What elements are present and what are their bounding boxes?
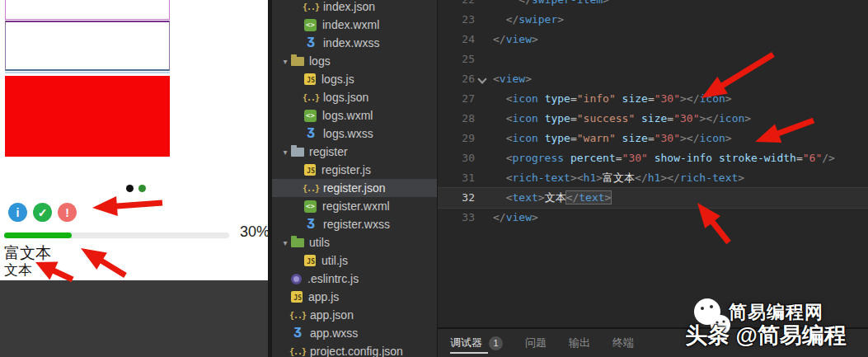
dot-green	[138, 185, 146, 192]
swiper-item-box-1	[5, 0, 170, 20]
file-label: index.wxml	[322, 18, 379, 31]
fold-gutter	[475, 129, 490, 148]
code-line-25[interactable]: 25	[438, 49, 868, 69]
file-label: logs.wxml	[322, 109, 373, 122]
progress-fill	[4, 233, 72, 238]
tree-item-logs.json[interactable]: {..}logs.json	[272, 88, 437, 106]
code-editor[interactable]: 22 </swiper-item>23 </swiper>24</view>25…	[437, 0, 868, 357]
code-line-27[interactable]: 27 <icon type="info" size="30"></icon>	[438, 89, 868, 109]
folder-icon	[291, 57, 304, 66]
tree-item-index.json[interactable]: {..}index.json	[272, 0, 437, 16]
fold-gutter	[475, 0, 490, 10]
tab-label: 问题	[525, 329, 547, 357]
file-explorer: {..}index.json<>index.wxmlƷindex.wxss▾lo…	[268, 0, 437, 357]
wxss-file-icon: Ʒ	[291, 326, 304, 340]
tree-item-logs.wxml[interactable]: <>logs.wxml	[272, 106, 437, 124]
fold-chevron-icon[interactable]	[475, 69, 490, 89]
fold-gutter	[475, 30, 490, 49]
line-number: 23	[438, 10, 475, 30]
folder-caret-icon[interactable]: ▾	[279, 238, 291, 247]
code-line-29[interactable]: 29 <icon type="warn" size="30"></icon>	[438, 129, 868, 148]
file-label: app.json	[310, 308, 354, 322]
file-label: utils	[309, 236, 330, 249]
simulator-screen: i✓! 30% 富文本 文本	[0, 0, 268, 280]
tree-item-util.js[interactable]: JSutil.js	[272, 251, 437, 270]
fold-gutter	[475, 109, 490, 129]
fold-gutter	[475, 148, 490, 168]
tree-item-app.js[interactable]: JSapp.js	[272, 288, 437, 306]
tree-item-app.wxss[interactable]: Ʒapp.wxss	[272, 324, 437, 342]
tree-item-app.json[interactable]: {..}app.json	[272, 306, 437, 324]
wxss-file-icon: Ʒ	[304, 218, 317, 231]
tree-item-index.wxss[interactable]: Ʒindex.wxss	[272, 34, 437, 52]
code-line-33[interactable]: 33</view>	[438, 208, 868, 228]
folder-icon	[291, 238, 304, 247]
tree-item-logs.wxss[interactable]: Ʒlogs.wxss	[272, 124, 437, 143]
js-file-icon: JS	[304, 164, 316, 176]
tree-item-logs[interactable]: ▾logs	[272, 52, 437, 70]
wxml-file-icon: <>	[304, 19, 317, 31]
folder-icon	[291, 148, 304, 157]
code-line-23[interactable]: 23 </swiper>	[438, 10, 868, 30]
line-number: 27	[438, 89, 475, 109]
code-line-32[interactable]: 32 <text>文本</text>	[438, 188, 868, 208]
json-file-icon: {..}	[304, 91, 317, 104]
code-line-22[interactable]: 22 </swiper-item>	[438, 0, 868, 10]
code-line-30[interactable]: 30 <progress percent="30" show-info stro…	[438, 148, 868, 168]
line-number: 24	[438, 30, 475, 49]
file-label: register.js	[321, 163, 371, 176]
line-number: 30	[438, 148, 475, 168]
code-line-26[interactable]: 26<view>	[438, 69, 868, 89]
fold-gutter	[475, 89, 490, 109]
tab-调试器[interactable]: 调试器1	[450, 329, 503, 357]
tree-item-register[interactable]: ▾register	[272, 143, 437, 161]
wxss-file-icon: Ʒ	[304, 127, 317, 140]
folder-caret-icon[interactable]: ▾	[279, 57, 291, 66]
wechat-devtools-window: i✓! 30% 富文本 文本 {..}index.json<>index.wxm…	[0, 0, 868, 357]
tree-item-register.js[interactable]: JSregister.js	[272, 161, 437, 179]
tab-输出[interactable]: 输出	[569, 329, 590, 357]
tab-label: 终端	[612, 329, 634, 357]
simulator-panel: i✓! 30% 富文本 文本	[0, 0, 268, 357]
code-line-28[interactable]: 28 <icon type="success" size="30"></icon…	[438, 109, 868, 129]
fold-gutter	[475, 168, 490, 188]
tree-item-register.wxss[interactable]: Ʒregister.wxss	[272, 215, 437, 233]
code-area[interactable]: 22 </swiper-item>23 </swiper>24</view>25…	[438, 0, 868, 327]
line-number: 26	[438, 69, 475, 89]
tree-item-.eslintrc.js[interactable]: .eslintrc.js	[272, 270, 437, 288]
line-number: 29	[438, 129, 475, 148]
tab-label: 调试器	[450, 329, 482, 357]
file-label: app.js	[308, 290, 339, 303]
progress-percent-label: 30%	[240, 223, 268, 241]
file-label: project.config.json	[310, 345, 403, 357]
red-rect-block	[5, 76, 170, 157]
wxml-file-icon: <>	[304, 200, 317, 213]
tree-item-register.wxml[interactable]: <>register.wxml	[272, 197, 437, 215]
tree-item-utils[interactable]: ▾utils	[272, 233, 437, 251]
code-line-31[interactable]: 31 <rich-text><h1>富文本</h1></rich-text>	[438, 168, 868, 188]
code-line-24[interactable]: 24</view>	[438, 30, 868, 49]
file-label: register.json	[323, 181, 385, 195]
fold-gutter	[475, 49, 490, 69]
line-number: 25	[438, 49, 475, 69]
eslint-file-icon	[291, 274, 302, 284]
json-file-icon: {..}	[291, 308, 304, 322]
tab-问题[interactable]: 问题	[525, 329, 547, 357]
line-number: 32	[438, 188, 475, 208]
progress-bar	[4, 233, 229, 238]
swiper-item-box-2	[5, 21, 170, 71]
file-label: logs.js	[321, 73, 354, 86]
tree-item-logs.js[interactable]: JSlogs.js	[272, 70, 437, 88]
tree-item-register.json[interactable]: {..}register.json	[272, 179, 437, 197]
text-label: 文本	[4, 261, 32, 279]
folder-caret-icon[interactable]: ▾	[279, 148, 291, 157]
file-label: register.wxss	[323, 218, 390, 231]
js-file-icon: JS	[304, 255, 316, 266]
file-label: logs.wxss	[323, 127, 373, 140]
tree-item-project.config.json[interactable]: {..}project.config.json	[272, 342, 437, 357]
fold-gutter	[475, 188, 490, 208]
tree-item-index.wxml[interactable]: <>index.wxml	[272, 16, 437, 34]
tab-终端[interactable]: 终端	[612, 329, 634, 357]
swiper-indicator-dots	[126, 185, 146, 192]
file-label: register	[309, 145, 348, 158]
